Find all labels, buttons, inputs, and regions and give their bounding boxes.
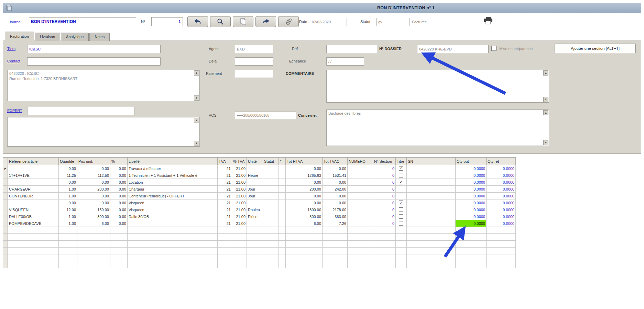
cell-empty[interactable] bbox=[348, 261, 373, 268]
cell-empty[interactable] bbox=[3, 248, 8, 254]
cell-numero[interactable] bbox=[348, 186, 373, 193]
cell-empty[interactable] bbox=[110, 241, 128, 248]
cell-empty[interactable] bbox=[323, 248, 348, 254]
cell-numero[interactable] bbox=[348, 213, 373, 220]
cell-tot_htva[interactable]: 1800.00 bbox=[286, 206, 323, 213]
tab-facturation[interactable]: Facturation bbox=[5, 32, 34, 41]
cell-qty_out-highlighted[interactable]: 0.0000 bbox=[456, 220, 487, 227]
titre-checkbox[interactable] bbox=[399, 194, 403, 198]
scroll-down-icon[interactable]: ▼ bbox=[194, 141, 199, 146]
column-header-qty_ret[interactable]: Qty ret bbox=[487, 158, 516, 165]
delai-input[interactable] bbox=[235, 57, 273, 66]
cell-tot_htva[interactable]: 1265.63 bbox=[286, 172, 323, 179]
cell-empty[interactable] bbox=[279, 227, 286, 234]
cell-tva[interactable]: 21 bbox=[218, 193, 232, 199]
cell-statut[interactable] bbox=[263, 186, 279, 193]
row-indicator[interactable] bbox=[3, 213, 8, 220]
cell-qty_out[interactable]: 0.0000 bbox=[456, 193, 487, 199]
row-indicator[interactable] bbox=[3, 220, 8, 227]
cell-empty[interactable] bbox=[3, 241, 8, 248]
dossier-input[interactable]: 0420220 KHE-EVD bbox=[417, 45, 489, 53]
cell-titre[interactable] bbox=[396, 172, 407, 179]
cell-empty[interactable] bbox=[323, 234, 348, 241]
tiers-input[interactable]: IC&SC bbox=[27, 45, 161, 53]
statut-text-input[interactable]: Facturée bbox=[410, 18, 455, 26]
cell-empty[interactable] bbox=[247, 254, 263, 261]
cell-empty[interactable] bbox=[128, 241, 218, 248]
cell-qty_out[interactable]: 0.0000 bbox=[456, 186, 487, 193]
cell-titre[interactable] bbox=[396, 193, 407, 199]
scroll-up-icon[interactable]: ▲ bbox=[194, 70, 199, 76]
cell-empty[interactable] bbox=[59, 234, 77, 241]
cell-statut[interactable] bbox=[263, 206, 279, 213]
cell-titre[interactable] bbox=[396, 186, 407, 193]
cell-titre[interactable] bbox=[396, 220, 407, 227]
cell-empty[interactable] bbox=[128, 254, 218, 261]
row-indicator[interactable] bbox=[3, 206, 8, 213]
cell-star[interactable] bbox=[279, 165, 286, 172]
cell-ref[interactable]: POMPEVIDECAVE bbox=[8, 220, 59, 227]
cell-numero[interactable] bbox=[348, 172, 373, 179]
cell-tva[interactable]: 21 bbox=[218, 172, 232, 179]
cell-titre[interactable] bbox=[396, 213, 407, 220]
cell-tot_htva[interactable]: 0.00 bbox=[286, 193, 323, 199]
cell-empty[interactable] bbox=[407, 248, 456, 254]
cell-tva_pct[interactable]: 21.00 bbox=[232, 186, 247, 193]
cell-qty[interactable]: -1.00 bbox=[59, 220, 77, 227]
cell-qty_ret[interactable]: 0.0000 bbox=[487, 199, 516, 206]
cell-tot_htva[interactable]: 300.00 bbox=[286, 213, 323, 220]
cell-empty[interactable] bbox=[407, 261, 456, 268]
cell-empty[interactable] bbox=[263, 234, 279, 241]
cell-tot_tvac[interactable]: 363.00 bbox=[323, 213, 348, 220]
cell-sn[interactable] bbox=[407, 186, 456, 193]
cell-unit[interactable]: Heure bbox=[247, 172, 263, 179]
cell-empty[interactable] bbox=[373, 261, 396, 268]
cell-tva_pct[interactable]: 21.00 bbox=[232, 199, 247, 206]
cell-empty[interactable] bbox=[128, 261, 218, 268]
cell-numero[interactable] bbox=[348, 220, 373, 227]
cell-empty[interactable] bbox=[110, 261, 128, 268]
row-indicator[interactable] bbox=[3, 193, 8, 199]
forward-button[interactable] bbox=[255, 16, 276, 27]
cell-empty[interactable] bbox=[456, 254, 487, 261]
cell-qty[interactable]: 12.00 bbox=[59, 206, 77, 213]
cell-price[interactable]: 0.00 bbox=[77, 199, 110, 206]
cell-qty_ret[interactable]: 0.0000 bbox=[487, 186, 516, 193]
cell-empty[interactable] bbox=[218, 234, 232, 241]
cell-tot_tvac[interactable]: 0.00 bbox=[323, 199, 348, 206]
cell-pct[interactable]: 0.00 bbox=[110, 206, 128, 213]
cell-unit[interactable] bbox=[247, 199, 263, 206]
cell-empty[interactable] bbox=[3, 234, 8, 241]
cell-tva_pct[interactable]: 21.00 bbox=[232, 213, 247, 220]
cell-price[interactable]: 200.00 bbox=[77, 186, 110, 193]
contact-input[interactable] bbox=[27, 57, 161, 66]
cell-unit[interactable]: Jour bbox=[247, 186, 263, 193]
cell-empty[interactable] bbox=[232, 234, 247, 241]
cell-empty[interactable] bbox=[110, 234, 128, 241]
cell-label[interactable] bbox=[128, 220, 218, 227]
cell-empty[interactable] bbox=[396, 241, 407, 248]
column-header-label[interactable]: Libellé bbox=[128, 158, 218, 165]
cell-tva[interactable]: 21 bbox=[218, 206, 232, 213]
cell-pct[interactable]: 0.00 bbox=[110, 199, 128, 206]
cell-tot_htva[interactable]: -6.00 bbox=[286, 220, 323, 227]
cell-section[interactable]: 0 bbox=[373, 213, 396, 220]
add-section-button[interactable]: Ajouter une section [ALT+T] bbox=[555, 44, 636, 53]
cell-qty[interactable]: 0.00 bbox=[59, 165, 77, 172]
cell-empty[interactable] bbox=[456, 248, 487, 254]
print-button[interactable] bbox=[483, 16, 493, 25]
cell-star[interactable] bbox=[279, 206, 286, 213]
cell-numero[interactable] bbox=[348, 179, 373, 186]
cell-price[interactable]: 0.00 bbox=[77, 179, 110, 186]
column-header-section[interactable]: N° Section bbox=[373, 158, 396, 165]
cell-section[interactable]: 0 bbox=[373, 199, 396, 206]
cell-tot_tvac[interactable]: 242.00 bbox=[323, 186, 348, 193]
titre-checkbox[interactable] bbox=[399, 221, 403, 226]
cell-pct[interactable]: 0.00 bbox=[110, 220, 128, 227]
cell-qty_out[interactable]: 0.0000 bbox=[456, 206, 487, 213]
cell-empty[interactable] bbox=[279, 261, 286, 268]
cell-empty[interactable] bbox=[323, 254, 348, 261]
cell-qty_ret[interactable]: 0.0000 bbox=[487, 193, 516, 199]
cell-label[interactable]: 1 Technicien + 1 Assistant + 1 Véhicule … bbox=[128, 172, 218, 179]
cell-empty[interactable] bbox=[59, 254, 77, 261]
